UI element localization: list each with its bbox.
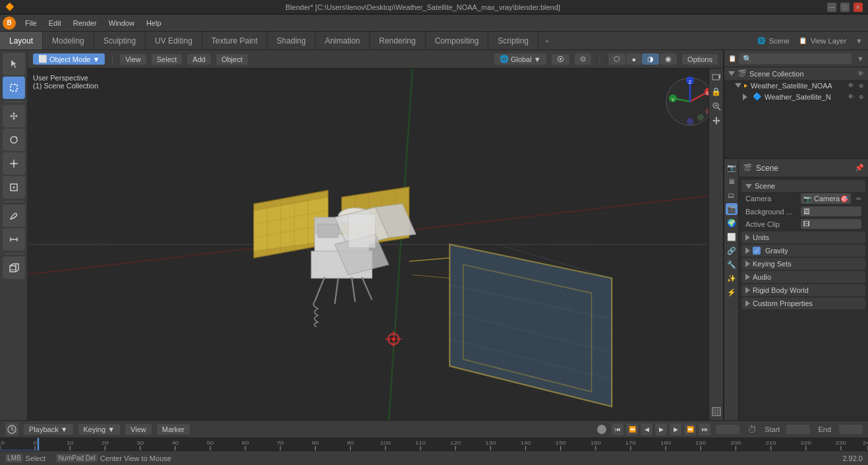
viewport-camera-icon[interactable] — [710, 71, 722, 83]
props-tab-render[interactable]: 📷 — [726, 162, 738, 173]
snap-button[interactable]: ⦿ — [552, 54, 569, 65]
tool-measure[interactable] — [3, 228, 25, 251]
props-tab-view-layer[interactable]: 🗂 — [726, 189, 738, 201]
outliner-search[interactable] — [739, 53, 852, 64]
rigid-body-header[interactable]: Rigid Body World — [741, 284, 865, 296]
keying-sets-header[interactable]: Keying Sets — [741, 258, 865, 270]
current-frame[interactable]: 1 — [716, 425, 739, 434]
camera-picker[interactable]: 🎯 — [840, 195, 848, 202]
timeline-body[interactable]: -10 0 10 20 30 40 50 60 70 80 — [0, 438, 868, 450]
tab-modeling[interactable]: Modeling — [43, 32, 94, 49]
outliner-item-0[interactable]: ▸ Weather_Satellite_NOAA 👁 ⊕ — [724, 80, 868, 91]
jump-start-btn[interactable]: ⏮ — [612, 423, 623, 435]
material-btn[interactable]: ◑ — [642, 53, 659, 65]
tool-rotate[interactable] — [3, 129, 25, 151]
blender-logo[interactable]: B — [3, 16, 16, 30]
menu-window[interactable]: Window — [103, 18, 140, 28]
prev-keyframe-btn[interactable]: ⏪ — [626, 423, 638, 435]
item0-restrict[interactable]: ⊕ — [859, 82, 864, 89]
tool-move[interactable] — [3, 105, 25, 127]
menu-render[interactable]: Render — [68, 18, 102, 28]
jump-end-btn[interactable]: ⏭ — [699, 423, 710, 435]
viewport-lock-icon[interactable]: 🔒 — [710, 86, 722, 98]
collection-visibility[interactable]: 👁 — [857, 70, 864, 77]
view-layer-label[interactable]: View Layer — [811, 37, 846, 45]
vp-select-menu[interactable]: Select — [152, 54, 183, 65]
next-frame-btn[interactable]: ▶ — [670, 423, 681, 435]
viewport-canvas[interactable]: User Perspective (1) Scene Collection X … — [28, 69, 723, 420]
props-tab-constraints[interactable]: 🔗 — [726, 245, 738, 257]
play-btn[interactable]: ▶ — [655, 423, 667, 435]
tool-add-cube[interactable] — [3, 257, 25, 279]
proportional-edit[interactable]: ⊙ — [575, 53, 591, 65]
maximize-button[interactable]: □ — [840, 3, 850, 12]
camera-edit[interactable]: ✏ — [856, 195, 861, 202]
menu-help[interactable]: Help — [141, 18, 167, 28]
item0-eye[interactable]: 👁 — [848, 82, 854, 89]
props-tab-physics[interactable]: ⚡ — [726, 286, 738, 298]
tool-transform[interactable] — [3, 176, 25, 199]
playback-menu[interactable]: Playback ▼ — [24, 424, 73, 435]
props-tab-scene[interactable]: 🎬 — [726, 203, 738, 215]
close-button[interactable]: ✕ — [854, 3, 863, 12]
vp-object-menu[interactable]: Object — [216, 54, 248, 65]
tool-annotate[interactable] — [3, 204, 25, 227]
end-frame[interactable]: 250 — [839, 425, 863, 434]
tool-select[interactable] — [3, 77, 25, 99]
view-menu[interactable]: View — [125, 424, 152, 435]
scene-section-header[interactable]: Scene — [741, 180, 865, 192]
vp-view-menu[interactable]: View — [120, 54, 146, 65]
props-tab-modifiers[interactable]: 🔧 — [726, 259, 738, 270]
rendered-btn[interactable]: ◉ — [660, 53, 677, 65]
scene-label[interactable]: Scene — [769, 37, 790, 45]
outliner-filter-icon[interactable]: ▼ — [857, 55, 864, 63]
outliner-item-1[interactable]: 🔷 Weather_Satellite_N 👁 ⊕ — [724, 91, 868, 102]
tool-scale[interactable] — [3, 152, 25, 175]
item1-eye[interactable]: 👁 — [848, 93, 854, 100]
tab-animation[interactable]: Animation — [316, 32, 370, 49]
viewport-pan-icon[interactable] — [710, 115, 722, 127]
tab-uv-editing[interactable]: UV Editing — [146, 32, 202, 49]
tab-rendering[interactable]: Rendering — [370, 32, 425, 49]
header-filter-icon[interactable]: ▼ — [855, 37, 863, 45]
props-tab-object[interactable]: ⬜ — [726, 231, 738, 243]
tab-shading[interactable]: Shading — [268, 32, 316, 49]
tab-compositing[interactable]: Compositing — [426, 32, 489, 49]
tab-texture-paint[interactable]: Texture Paint — [202, 32, 268, 49]
props-tab-particles[interactable]: ✨ — [726, 272, 738, 284]
props-pin[interactable]: 📌 — [855, 164, 864, 172]
gravity-section-header[interactable]: ✓ Gravity — [741, 245, 865, 257]
start-frame[interactable]: 1 — [786, 425, 810, 434]
prev-frame-btn[interactable]: ◀ — [641, 423, 652, 435]
keyframe-dot[interactable] — [597, 425, 606, 434]
units-section-header[interactable]: Units — [741, 232, 865, 243]
keying-menu[interactable]: Keying ▼ — [78, 424, 121, 435]
viewport-grid-icon[interactable] — [710, 406, 722, 418]
background-field[interactable]: 🖼 — [801, 206, 861, 216]
menu-file[interactable]: File — [20, 18, 42, 28]
tab-sculpting[interactable]: Sculpting — [94, 32, 146, 49]
scene-collection-row[interactable]: 🎬 Scene Collection 👁 — [724, 67, 868, 80]
marker-menu[interactable]: Marker — [157, 424, 190, 435]
item1-restrict[interactable]: ⊕ — [859, 94, 864, 100]
next-keyframe-btn[interactable]: ⏩ — [684, 423, 696, 435]
mode-select[interactable]: ⬜ Object Mode ▼ — [33, 53, 105, 65]
viewport-zoom-icon[interactable] — [710, 100, 722, 112]
tab-add-button[interactable]: + — [538, 32, 556, 49]
timeline-mode-btn[interactable] — [5, 423, 18, 436]
viewport[interactable]: ⬜ Object Mode ▼ | View Select Add Object… — [28, 50, 723, 420]
custom-props-header[interactable]: Custom Properties — [741, 297, 865, 309]
camera-field[interactable]: 📷 Camera 🎯 — [801, 193, 851, 204]
tool-cursor[interactable] — [3, 53, 25, 75]
props-tab-output[interactable]: 🖥 — [726, 175, 738, 187]
tab-layout[interactable]: Layout — [0, 32, 43, 49]
gravity-checkbox[interactable]: ✓ — [753, 247, 761, 255]
audio-header[interactable]: Audio — [741, 271, 865, 283]
menu-edit[interactable]: Edit — [43, 18, 67, 28]
options-btn[interactable]: Options — [682, 54, 718, 65]
vp-add-menu[interactable]: Add — [187, 54, 211, 65]
solid-btn[interactable]: ● — [626, 53, 641, 65]
props-tab-world[interactable]: 🌍 — [726, 217, 738, 229]
wireframe-btn[interactable]: ⬡ — [608, 53, 625, 65]
tab-scripting[interactable]: Scripting — [488, 32, 538, 49]
